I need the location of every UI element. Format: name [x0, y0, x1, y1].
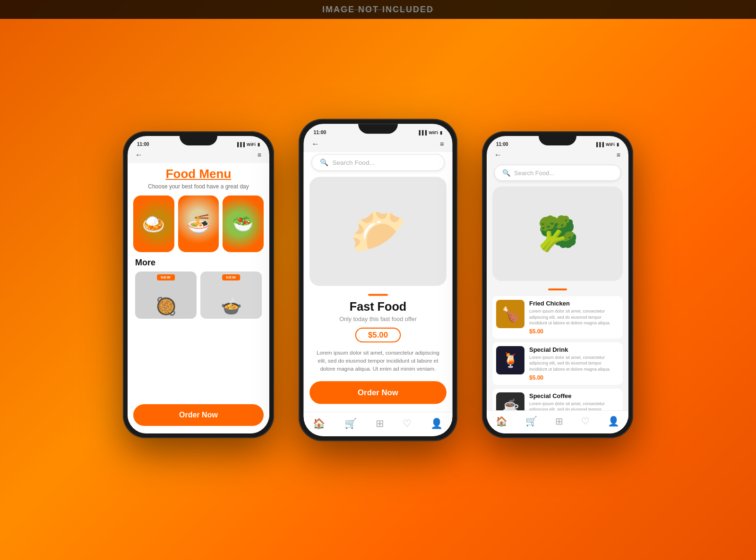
order-now-button-2[interactable]: Order Now [309, 381, 447, 404]
signal-icon: ▐▐▐ [236, 142, 245, 147]
user-icon-3[interactable]: 👤 [608, 416, 619, 427]
orange-line-2 [368, 294, 388, 296]
search-bar-3[interactable]: 🔍 Search Food... [494, 165, 621, 181]
user-icon-2[interactable]: 👤 [430, 417, 443, 429]
phone-1-status-bar: 11:00 ▐▐▐ WiFi ▮ [128, 136, 269, 149]
phone-2: 11:00 ▐▐▐ WiFi ▮ ← ≡ 🔍 Search Food... [299, 119, 457, 441]
list-item[interactable]: Fried Chicken Lorem ipsum dolor sit amet… [492, 296, 623, 339]
phone-3-status-icons: ▐▐▐ WiFi ▮ [595, 142, 619, 147]
food-card-3[interactable] [223, 195, 264, 252]
price-badge: $5.00 [355, 328, 401, 343]
grid-icon-2[interactable]: ⊞ [376, 417, 384, 429]
grid-icon-3[interactable]: ⊞ [555, 416, 563, 427]
battery-icon-3: ▮ [617, 142, 619, 147]
phone-3: 11:00 ▐▐▐ WiFi ▮ ← ≡ 🔍 Search Food... [482, 131, 633, 438]
orange-line-3 [548, 288, 567, 290]
fast-food-subtitle: Only today this fast food offer [304, 316, 453, 323]
signal-icon-3: ▐▐▐ [595, 142, 604, 147]
featured-dish-2 [309, 177, 447, 286]
back-button[interactable]: ← [135, 151, 143, 159]
phone-2-spacer [304, 376, 453, 377]
battery-icon-2: ▮ [440, 130, 442, 135]
bottom-nav-2: 🏠 🛒 ⊞ ♡ 👤 [304, 412, 453, 436]
list-item[interactable]: Special Coffee Lorem ipsum dolor sit ame… [492, 389, 623, 410]
menu-button-2[interactable]: ≡ [440, 140, 445, 148]
search-bar-2[interactable]: 🔍 Search Food... [311, 154, 444, 171]
food-thumb-3 [496, 392, 524, 410]
more-section: More NEW NEW [128, 252, 269, 322]
search-icon-3: 🔍 [502, 169, 510, 177]
more-label: More [135, 258, 262, 268]
food-thumb-1 [496, 300, 524, 328]
food-name-3: Special Coffee [529, 392, 619, 399]
back-button-2[interactable]: ← [311, 139, 319, 148]
phone-3-nav: ← ≡ [487, 149, 628, 163]
fast-food-title: Fast Food [304, 300, 453, 314]
menu-button-3[interactable]: ≡ [617, 151, 621, 159]
food-price-2: $5.00 [529, 374, 619, 381]
new-badge-2: NEW [222, 274, 240, 280]
dish-description: Lorem ipsum dolor sit amet, consectetur … [304, 346, 453, 376]
order-now-button-1[interactable]: Order Now [133, 404, 264, 426]
top-bar: IMAGE NOT INCLUDED [0, 0, 756, 19]
food-info-3: Special Coffee Lorem ipsum dolor sit ame… [529, 392, 619, 410]
food-price-1: $5.00 [529, 328, 619, 335]
wifi-icon-3: WiFi [606, 142, 615, 147]
food-desc-3: Lorem ipsum dolor sit amet, consectetur … [529, 401, 619, 410]
price-value: $5.00 [355, 328, 401, 343]
search-icon-2: 🔍 [320, 159, 328, 167]
home-icon-3[interactable]: 🏠 [496, 416, 507, 427]
battery-icon: ▮ [258, 142, 260, 147]
phone-1-content: Food Menu Choose your best food have a g… [128, 163, 269, 433]
food-info-1: Fried Chicken Lorem ipsum dolor sit amet… [529, 300, 619, 335]
search-placeholder-2: Search Food... [332, 159, 375, 166]
heart-icon-3[interactable]: ♡ [581, 416, 590, 427]
signal-icon-2: ▐▐▐ [417, 130, 427, 135]
cart-icon-2[interactable]: 🛒 [344, 417, 357, 429]
food-card-2[interactable] [178, 195, 219, 252]
phone-2-status-icons: ▐▐▐ WiFi ▮ [417, 130, 443, 135]
phone-1-time: 11:00 [137, 142, 149, 147]
phone-2-nav: ← ≡ [304, 137, 453, 153]
bottom-nav-3: 🏠 🛒 ⊞ ♡ 👤 [487, 410, 628, 433]
phone-1-screen: 11:00 ▐▐▐ WiFi ▮ ← ≡ Food Menu Choose yo… [128, 136, 269, 433]
featured-dish-3 [492, 187, 623, 281]
phone-3-content: 🔍 Search Food... Fried Chicken Lorem ips… [487, 163, 628, 433]
phone-2-status-bar: 11:00 ▐▐▐ WiFi ▮ [304, 124, 453, 137]
phones-container: 11:00 ▐▐▐ WiFi ▮ ← ≡ Food Menu Choose yo… [123, 131, 633, 438]
phone-2-time: 11:00 [314, 130, 326, 136]
food-name-1: Fried Chicken [529, 300, 619, 307]
more-card-2[interactable]: NEW [200, 272, 262, 319]
more-card-1[interactable]: NEW [135, 272, 197, 319]
back-button-3[interactable]: ← [494, 151, 502, 159]
phone-1-spacer [128, 322, 269, 400]
phone-2-screen: 11:00 ▐▐▐ WiFi ▮ ← ≡ 🔍 Search Food... [304, 124, 453, 436]
phone-2-content: 🔍 Search Food... Fast Food Only today th… [304, 152, 453, 436]
phone-3-screen: 11:00 ▐▐▐ WiFi ▮ ← ≡ 🔍 Search Food... [487, 136, 628, 433]
top-bar-text: IMAGE NOT INCLUDED [322, 5, 434, 15]
food-desc-1: Lorem ipsum dolor sit amet, consectetur … [529, 308, 619, 326]
food-name-2: Special Drink [529, 346, 619, 353]
phone-1-nav: ← ≡ [128, 149, 269, 163]
food-menu-title: Food Menu [135, 167, 262, 181]
food-card-1[interactable] [133, 195, 174, 252]
phone-3-time: 11:00 [496, 142, 508, 147]
cart-icon-3[interactable]: 🛒 [525, 416, 537, 427]
heart-icon-2[interactable]: ♡ [403, 417, 412, 429]
home-icon-2[interactable]: 🏠 [313, 417, 325, 429]
food-thumb-2 [496, 346, 524, 374]
food-list: Fried Chicken Lorem ipsum dolor sit amet… [487, 294, 628, 410]
phone-1: 11:00 ▐▐▐ WiFi ▮ ← ≡ Food Menu Choose yo… [123, 131, 274, 438]
list-item[interactable]: Special Drink Lorem ipsum dolor sit amet… [492, 342, 623, 385]
menu-button[interactable]: ≡ [258, 151, 262, 159]
phone-1-status-icons: ▐▐▐ WiFi ▮ [236, 142, 260, 147]
food-desc-2: Lorem ipsum dolor sit amet, consectetur … [529, 355, 619, 373]
wifi-icon: WiFi [247, 142, 256, 147]
search-placeholder-3: Search Food... [514, 170, 554, 177]
food-cards [128, 195, 269, 252]
wifi-icon-2: WiFi [429, 130, 438, 135]
food-menu-subtitle: Choose your best food have a great day [135, 183, 262, 190]
food-info-2: Special Drink Lorem ipsum dolor sit amet… [529, 346, 619, 381]
more-cards: NEW NEW [135, 272, 262, 319]
phone-3-status-bar: 11:00 ▐▐▐ WiFi ▮ [487, 136, 628, 149]
